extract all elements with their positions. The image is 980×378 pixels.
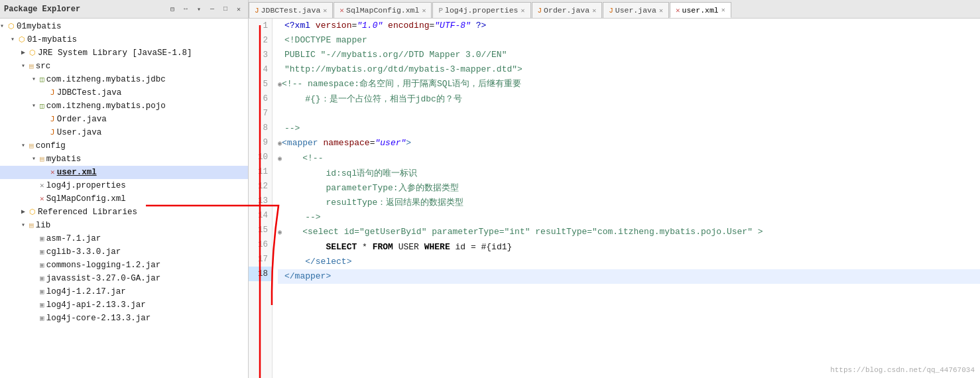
tree-arrow-pkg-pojo[interactable]: ▾ (32, 100, 40, 112)
code-line-17: </select> (278, 255, 980, 269)
tab-sqlmap-tab[interactable]: ✕SqlMapConfig.xml✕ (334, 2, 432, 18)
tab-order-tab[interactable]: JOrder.java✕ (532, 2, 603, 18)
tree-item-root[interactable]: ▾⬡01mybatis (0, 20, 248, 33)
tree-icon-java: J (50, 87, 55, 99)
tree-label-log4j-jar: log4j-1.2.17.jar (46, 286, 126, 298)
line-number-9: 9 (249, 135, 272, 150)
tree-label-user: User.java (57, 127, 102, 139)
line-number-14: 14 (249, 208, 272, 223)
tree-item-config[interactable]: ▾▤config (0, 139, 248, 153)
tree-arrow-root[interactable]: ▾ (0, 21, 8, 32)
tab-userxml-tab[interactable]: ✕user.xml✕ (670, 2, 731, 18)
tab-close-btn[interactable]: ✕ (592, 7, 596, 15)
code-line-2: <!DOCTYPE mapper (278, 33, 980, 48)
close-icon[interactable]: ✕ (233, 4, 244, 15)
panel-header: Package Explorer ⊟ ↔ ▾ — □ ✕ (0, 0, 248, 19)
tree-icon-jre: ⬡ (29, 47, 36, 59)
tab-icon-xml: ✕ (676, 6, 680, 15)
code-line-4: "http://mybatis.org/dtd/mybatis-3-mapper… (278, 62, 980, 77)
tree-item-mybatis[interactable]: ▾▤mybatis (0, 153, 248, 166)
tree-arrow-reflibs[interactable]: ▶ (21, 206, 29, 218)
tab-close-btn[interactable]: ✕ (323, 7, 327, 15)
tree-arrow-config[interactable]: ▾ (21, 140, 29, 152)
code-line-6: #{}：是一个占位符，相当于jdbc的？号 (278, 92, 980, 107)
link-editor-icon[interactable]: ↔ (180, 4, 191, 15)
tree-item-reflibs[interactable]: ▶⬡Referenced Libraries (0, 206, 248, 219)
tree-item-user[interactable]: JUser.java (0, 126, 248, 139)
tree-icon-folder: ▤ (29, 140, 34, 152)
line-number-7: 7 (249, 106, 272, 121)
editor-panel: JJDBCTest.java✕✕SqlMapConfig.xml✕Plog4j.… (249, 0, 980, 378)
code-line-15: ◉ <select id="getUserByid" parameterType… (278, 225, 980, 240)
tree-item-log4j-core[interactable]: ▣log4j-core-2.13.3.jar (0, 312, 248, 325)
line-number-15: 15 (249, 223, 272, 237)
tree-icon-jar: ▣ (40, 312, 44, 324)
maximize-icon[interactable]: □ (220, 4, 231, 15)
editor-area: 123456789101112131415161718 <?xml versio… (249, 19, 980, 378)
tab-close-btn[interactable]: ✕ (521, 7, 524, 15)
tab-jdbctest-tab[interactable]: JJDBCTest.java✕ (249, 2, 333, 18)
tree-item-cglib[interactable]: ▣cglib-3.3.0.jar (0, 245, 248, 259)
tree-arrow-pkg-jdbc[interactable]: ▾ (32, 74, 40, 86)
panel-title: Package Explorer (4, 5, 80, 14)
code-content[interactable]: <?xml version="1.0" encoding="UTF-8" ?><… (273, 19, 980, 378)
line-number-10: 10 (249, 150, 272, 164)
tree-item-01-mybatis[interactable]: ▾⬡01-mybatis (0, 33, 248, 46)
tab-icon-java: J (538, 7, 542, 15)
tree-item-lib[interactable]: ▾▤lib (0, 219, 248, 232)
panel-menu-icon[interactable]: ▾ (194, 4, 204, 15)
tab-close-btn[interactable]: ✕ (422, 7, 426, 15)
tree-label-commons-logging: commons-logging-1.2.jar (46, 259, 161, 271)
tree-icon-xml: ✕ (40, 193, 44, 205)
tree-item-log4j-api[interactable]: ▣log4j-api-2.13.3.jar (0, 298, 248, 312)
tree-item-pkg-jdbc[interactable]: ▾◫com.itzheng.mybatis.jdbc (0, 73, 248, 86)
tree-item-userxml[interactable]: ✕user.xml (0, 166, 248, 179)
tree-arrow-lib[interactable]: ▾ (21, 220, 29, 231)
tab-close-btn[interactable]: ✕ (659, 7, 663, 15)
tree-item-pkg-pojo[interactable]: ▾◫com.itzheng.mybatis.pojo (0, 99, 248, 113)
tree-item-jdbctest[interactable]: JJDBCTest.java (0, 86, 248, 99)
collapse-all-icon[interactable]: ⊟ (167, 4, 178, 15)
tree-arrow-mybatis[interactable]: ▾ (32, 153, 40, 165)
code-line-8: --> (278, 121, 980, 136)
line-number-8: 8 (249, 121, 272, 135)
tree-item-jre[interactable]: ▶⬡JRE System Library [JavaSE-1.8] (0, 46, 248, 60)
tree-item-sqlmap[interactable]: ✕SqlMapConfig.xml (0, 192, 248, 206)
line-number-6: 6 (249, 92, 272, 106)
tree-label-order: Order.java (57, 113, 107, 125)
tree-label-userxml: user.xml (57, 166, 97, 178)
tree-item-asm[interactable]: ▣asm-7.1.jar (0, 232, 248, 245)
tree-label-log4j-core: log4j-core-2.13.3.jar (46, 312, 151, 324)
code-line-5: ◉<!-- namespace:命名空间，用于隔离SQL语句，后继有重要 (278, 77, 980, 92)
line-numbers: 123456789101112131415161718 (249, 19, 273, 378)
tree-label-pkg-jdbc: com.itzheng.mybatis.jdbc (46, 74, 166, 86)
line-number-12: 12 (249, 179, 272, 194)
minimize-icon[interactable]: — (207, 4, 217, 15)
tab-icon-java: J (609, 7, 613, 15)
tree-arrow-jre[interactable]: ▶ (21, 47, 29, 59)
tree-arrow-01-mybatis[interactable]: ▾ (11, 34, 19, 46)
tab-user-tab[interactable]: JUser.java✕ (603, 2, 669, 18)
line-number-2: 2 (249, 33, 272, 48)
tree-icon-folder: ▤ (29, 220, 34, 231)
tree-label-jre: JRE System Library [JavaSE-1.8] (38, 47, 192, 59)
tree-icon-props: ✕ (40, 180, 44, 192)
tree-item-log4j-jar[interactable]: ▣log4j-1.2.17.jar (0, 285, 248, 298)
tree-label-src: src (36, 60, 51, 72)
tab-log4j-tab[interactable]: Plog4j.properties✕ (432, 2, 530, 18)
tab-label: Order.java (544, 6, 589, 15)
tree-item-javassist[interactable]: ▣javassist-3.27.0-GA.jar (0, 272, 248, 285)
tree-label-log4j: log4j.properties (46, 180, 126, 192)
tree-item-order[interactable]: JOrder.java (0, 113, 248, 126)
tree-icon-jar: ▣ (40, 259, 44, 271)
tree-item-commons-logging[interactable]: ▣commons-logging-1.2.jar (0, 259, 248, 272)
tab-close-btn[interactable]: ✕ (721, 6, 725, 14)
tree-label-jdbctest: JDBCTest.java (57, 87, 122, 99)
line-number-16: 16 (249, 237, 272, 252)
tree-item-src[interactable]: ▾▤src (0, 60, 248, 73)
code-line-13: resultType：返回结果的数据类型 (278, 196, 980, 210)
tree-item-log4j[interactable]: ✕log4j.properties (0, 179, 248, 192)
tree-label-asm: asm-7.1.jar (46, 233, 101, 245)
code-line-3: PUBLIC "-//mybatis.org//DTD Mapper 3.0//… (278, 48, 980, 62)
tree-arrow-src[interactable]: ▾ (21, 60, 29, 72)
